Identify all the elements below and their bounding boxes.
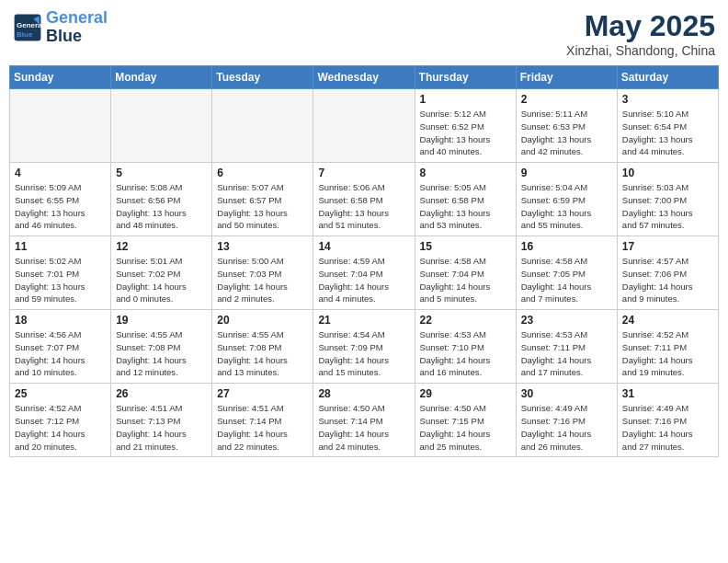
calendar-cell: 27Sunrise: 4:51 AMSunset: 7:14 PMDayligh… xyxy=(212,384,313,457)
calendar-cell: 10Sunrise: 5:03 AMSunset: 7:00 PMDayligh… xyxy=(617,163,718,236)
calendar-cell: 12Sunrise: 5:01 AMSunset: 7:02 PMDayligh… xyxy=(111,236,212,310)
calendar-cell: 11Sunrise: 5:02 AMSunset: 7:01 PMDayligh… xyxy=(10,236,111,310)
calendar-cell: 2Sunrise: 5:11 AMSunset: 6:53 PMDaylight… xyxy=(516,89,617,163)
calendar-cell: 1Sunrise: 5:12 AMSunset: 6:52 PMDaylight… xyxy=(415,89,516,163)
day-number: 14 xyxy=(318,240,409,253)
day-info: Sunrise: 5:11 AMSunset: 6:53 PMDaylight:… xyxy=(521,108,612,158)
day-info: Sunrise: 4:51 AMSunset: 7:14 PMDaylight:… xyxy=(217,402,308,453)
calendar-cell xyxy=(111,89,212,163)
day-number: 9 xyxy=(521,167,612,179)
calendar-week-row: 18Sunrise: 4:56 AMSunset: 7:07 PMDayligh… xyxy=(10,310,719,384)
day-number: 16 xyxy=(521,240,612,253)
day-info: Sunrise: 4:59 AMSunset: 7:04 PMDaylight:… xyxy=(318,255,409,305)
day-number: 28 xyxy=(318,387,409,400)
day-info: Sunrise: 5:09 AMSunset: 6:55 PMDaylight:… xyxy=(15,181,106,232)
calendar-cell: 30Sunrise: 4:49 AMSunset: 7:16 PMDayligh… xyxy=(516,384,617,457)
day-number: 15 xyxy=(420,240,511,253)
day-number: 8 xyxy=(420,167,511,179)
svg-text:Blue: Blue xyxy=(17,29,33,38)
calendar-cell: 23Sunrise: 4:53 AMSunset: 7:11 PMDayligh… xyxy=(516,310,617,384)
day-info: Sunrise: 4:53 AMSunset: 7:10 PMDaylight:… xyxy=(420,328,511,379)
calendar-cell: 18Sunrise: 4:56 AMSunset: 7:07 PMDayligh… xyxy=(10,310,111,384)
calendar-cell: 14Sunrise: 4:59 AMSunset: 7:04 PMDayligh… xyxy=(313,236,415,310)
day-info: Sunrise: 4:58 AMSunset: 7:04 PMDaylight:… xyxy=(420,255,511,305)
day-info: Sunrise: 4:57 AMSunset: 7:06 PMDaylight:… xyxy=(622,255,713,305)
day-number: 31 xyxy=(622,387,713,400)
day-number: 20 xyxy=(217,314,308,327)
calendar-cell: 24Sunrise: 4:52 AMSunset: 7:11 PMDayligh… xyxy=(617,310,718,384)
calendar-cell: 3Sunrise: 5:10 AMSunset: 6:54 PMDaylight… xyxy=(617,89,718,163)
day-info: Sunrise: 4:56 AMSunset: 7:07 PMDaylight:… xyxy=(15,328,106,379)
calendar-cell: 22Sunrise: 4:53 AMSunset: 7:10 PMDayligh… xyxy=(415,310,516,384)
calendar-header-row: SundayMondayTuesdayWednesdayThursdayFrid… xyxy=(10,66,719,89)
day-number: 17 xyxy=(622,240,713,253)
location-subtitle: Xinzhai, Shandong, China xyxy=(566,43,715,58)
day-number: 25 xyxy=(15,387,106,400)
calendar-cell: 6Sunrise: 5:07 AMSunset: 6:57 PMDaylight… xyxy=(212,163,313,236)
day-of-week-header: Monday xyxy=(111,66,212,89)
day-info: Sunrise: 5:03 AMSunset: 7:00 PMDaylight:… xyxy=(622,181,713,232)
day-number: 26 xyxy=(116,387,207,400)
calendar-cell: 31Sunrise: 4:49 AMSunset: 7:16 PMDayligh… xyxy=(617,384,718,457)
logo-name: GeneralBlue xyxy=(46,9,108,46)
day-of-week-header: Thursday xyxy=(415,66,516,89)
day-number: 12 xyxy=(116,240,207,253)
day-of-week-header: Wednesday xyxy=(313,66,415,89)
day-info: Sunrise: 4:52 AMSunset: 7:11 PMDaylight:… xyxy=(622,328,713,379)
day-info: Sunrise: 5:10 AMSunset: 6:54 PMDaylight:… xyxy=(622,108,713,158)
day-info: Sunrise: 4:49 AMSunset: 7:16 PMDaylight:… xyxy=(622,402,713,453)
calendar-week-row: 11Sunrise: 5:02 AMSunset: 7:01 PMDayligh… xyxy=(10,236,719,310)
day-info: Sunrise: 4:55 AMSunset: 7:08 PMDaylight:… xyxy=(217,328,308,379)
day-info: Sunrise: 5:12 AMSunset: 6:52 PMDaylight:… xyxy=(420,108,511,158)
day-number: 5 xyxy=(116,167,207,179)
calendar-cell: 17Sunrise: 4:57 AMSunset: 7:06 PMDayligh… xyxy=(617,236,718,310)
day-info: Sunrise: 4:49 AMSunset: 7:16 PMDaylight:… xyxy=(521,402,612,453)
calendar-cell: 13Sunrise: 5:00 AMSunset: 7:03 PMDayligh… xyxy=(212,236,313,310)
day-number: 11 xyxy=(15,240,106,253)
day-number: 22 xyxy=(420,314,511,327)
day-number: 6 xyxy=(217,167,308,179)
calendar-cell xyxy=(10,89,111,163)
day-number: 19 xyxy=(116,314,207,327)
day-info: Sunrise: 4:54 AMSunset: 7:09 PMDaylight:… xyxy=(318,328,409,379)
month-title: May 2025 xyxy=(566,9,715,43)
day-number: 1 xyxy=(420,93,511,106)
day-info: Sunrise: 5:04 AMSunset: 6:59 PMDaylight:… xyxy=(521,181,612,232)
calendar-cell: 19Sunrise: 4:55 AMSunset: 7:08 PMDayligh… xyxy=(111,310,212,384)
day-number: 23 xyxy=(521,314,612,327)
day-number: 30 xyxy=(521,387,612,400)
logo: General Blue GeneralBlue xyxy=(13,9,108,46)
day-number: 18 xyxy=(15,314,106,327)
day-info: Sunrise: 4:51 AMSunset: 7:13 PMDaylight:… xyxy=(116,402,207,453)
day-number: 2 xyxy=(521,93,612,106)
day-info: Sunrise: 5:07 AMSunset: 6:57 PMDaylight:… xyxy=(217,181,308,232)
page-header: General Blue GeneralBlue May 2025 Xinzha… xyxy=(9,9,719,58)
day-info: Sunrise: 4:58 AMSunset: 7:05 PMDaylight:… xyxy=(521,255,612,305)
day-info: Sunrise: 4:53 AMSunset: 7:11 PMDaylight:… xyxy=(521,328,612,379)
calendar-cell: 29Sunrise: 4:50 AMSunset: 7:15 PMDayligh… xyxy=(415,384,516,457)
day-number: 13 xyxy=(217,240,308,253)
calendar-week-row: 25Sunrise: 4:52 AMSunset: 7:12 PMDayligh… xyxy=(10,384,719,457)
day-of-week-header: Saturday xyxy=(617,66,718,89)
calendar-cell: 4Sunrise: 5:09 AMSunset: 6:55 PMDaylight… xyxy=(10,163,111,236)
calendar-cell: 8Sunrise: 5:05 AMSunset: 6:58 PMDaylight… xyxy=(415,163,516,236)
day-number: 29 xyxy=(420,387,511,400)
day-info: Sunrise: 5:08 AMSunset: 6:56 PMDaylight:… xyxy=(116,181,207,232)
day-info: Sunrise: 5:00 AMSunset: 7:03 PMDaylight:… xyxy=(217,255,308,305)
day-number: 21 xyxy=(318,314,409,327)
calendar-table: SundayMondayTuesdayWednesdayThursdayFrid… xyxy=(9,65,719,457)
day-number: 24 xyxy=(622,314,713,327)
calendar-cell: 5Sunrise: 5:08 AMSunset: 6:56 PMDaylight… xyxy=(111,163,212,236)
day-info: Sunrise: 5:06 AMSunset: 6:58 PMDaylight:… xyxy=(318,181,409,232)
calendar-cell: 15Sunrise: 4:58 AMSunset: 7:04 PMDayligh… xyxy=(415,236,516,310)
title-block: May 2025 Xinzhai, Shandong, China xyxy=(566,9,715,58)
day-info: Sunrise: 4:50 AMSunset: 7:14 PMDaylight:… xyxy=(318,402,409,453)
day-info: Sunrise: 5:02 AMSunset: 7:01 PMDaylight:… xyxy=(15,255,106,305)
calendar-cell: 20Sunrise: 4:55 AMSunset: 7:08 PMDayligh… xyxy=(212,310,313,384)
day-info: Sunrise: 4:50 AMSunset: 7:15 PMDaylight:… xyxy=(420,402,511,453)
day-number: 10 xyxy=(622,167,713,179)
logo-icon: General Blue xyxy=(13,13,42,42)
calendar-cell: 26Sunrise: 4:51 AMSunset: 7:13 PMDayligh… xyxy=(111,384,212,457)
calendar-week-row: 1Sunrise: 5:12 AMSunset: 6:52 PMDaylight… xyxy=(10,89,719,163)
day-number: 3 xyxy=(622,93,713,106)
